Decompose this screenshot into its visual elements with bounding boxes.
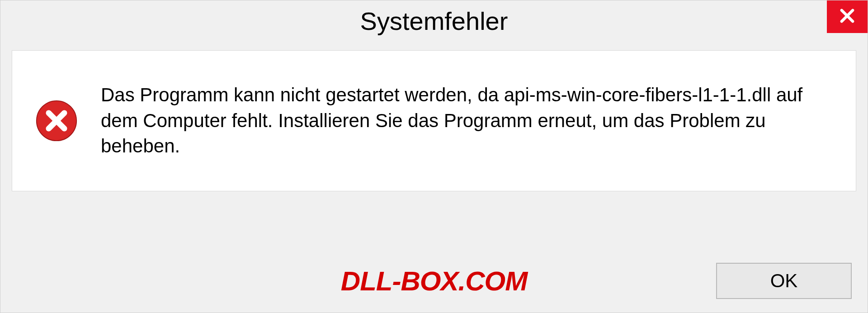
- title-bar: Systemfehler: [0, 0, 868, 41]
- error-icon: [35, 99, 78, 142]
- watermark-text: DLL-BOX.COM: [341, 266, 527, 297]
- content-area: Das Programm kann nicht gestartet werden…: [12, 50, 856, 191]
- ok-button[interactable]: OK: [716, 263, 852, 299]
- close-icon: [838, 6, 857, 27]
- error-message: Das Programm kann nicht gestartet werden…: [101, 82, 829, 159]
- close-button[interactable]: [827, 0, 868, 33]
- error-dialog: Systemfehler Das Programm kann nicht ges…: [0, 0, 868, 313]
- dialog-title: Systemfehler: [360, 6, 508, 36]
- dialog-footer: DLL-BOX.COM OK: [0, 263, 868, 299]
